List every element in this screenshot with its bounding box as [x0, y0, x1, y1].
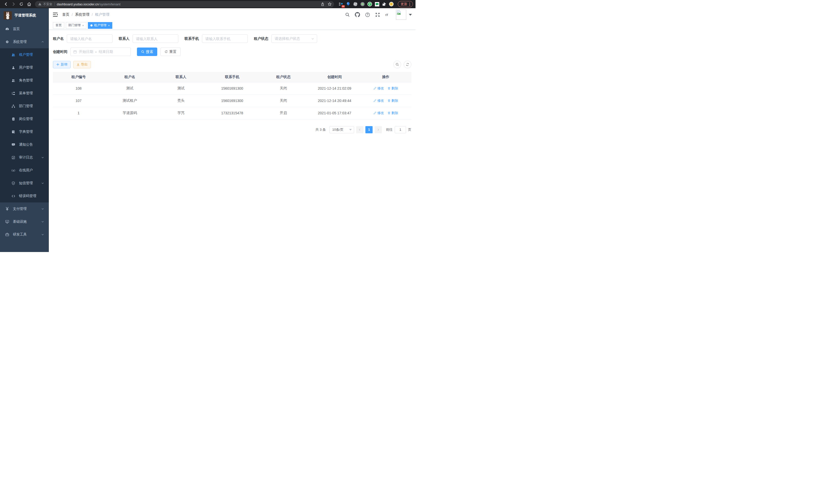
sidebar-item-posts[interactable]: 岗位管理 — [0, 113, 49, 125]
prev-page-button[interactable] — [356, 126, 363, 133]
error-code-icon — [11, 194, 16, 198]
sidebar-item-home[interactable]: 首页 — [0, 23, 49, 35]
tag-tenant[interactable]: 租户管理 × — [88, 22, 112, 29]
extension-tabs-icon[interactable]: 10 — [339, 2, 343, 6]
extension-command-icon[interactable] — [353, 2, 358, 6]
reload-icon — [19, 2, 23, 6]
sidebar-item-dict[interactable]: 字典管理 — [0, 125, 49, 138]
col-mobile: 联系手机 — [207, 72, 258, 82]
sidebar-item-menus[interactable]: 菜单管理 — [0, 87, 49, 100]
browser-home-button[interactable] — [26, 1, 32, 7]
refresh-icon — [406, 63, 409, 66]
extension-yudao-icon[interactable] — [368, 2, 372, 6]
browser-update-button[interactable]: 更新 — [398, 1, 413, 7]
sidebar-item-notice[interactable]: 通知公告 — [0, 138, 49, 151]
record-dot-icon — [360, 2, 365, 6]
tag-close-icon[interactable]: × — [108, 24, 110, 27]
add-button[interactable]: 新增 — [53, 61, 71, 68]
edit-button[interactable]: 修改 — [373, 86, 384, 91]
sidebar-item-sms[interactable]: 短信管理 — [0, 177, 49, 189]
contact-input[interactable] — [133, 34, 178, 43]
tag-department[interactable]: 部门管理 × — [66, 22, 86, 29]
bookmark-star-button[interactable] — [326, 1, 333, 7]
sidebar-item-infrastructure[interactable]: 基础设施 — [0, 215, 49, 228]
status-select[interactable]: 请选择租户状态 — [271, 34, 317, 43]
chevron-down-icon — [349, 129, 352, 130]
header-search-icon[interactable] — [345, 12, 350, 17]
end-date-placeholder: 结束日期 — [99, 50, 113, 54]
tenant-name-label: 租户名 — [53, 36, 64, 41]
goto-page-input[interactable] — [395, 126, 406, 133]
page-size-select[interactable]: 10条/页 — [329, 126, 354, 133]
browser-forward-button[interactable] — [10, 1, 17, 7]
sidebar-item-payment[interactable]: 支付管理 — [0, 202, 49, 215]
profile-avatar-button[interactable] — [389, 2, 394, 6]
sidebar-item-users[interactable]: 用户管理 — [0, 61, 49, 74]
browser-reload-button[interactable] — [18, 1, 25, 7]
user-menu[interactable] — [396, 9, 412, 20]
edit-button[interactable]: 修改 — [373, 98, 384, 103]
browser-back-button[interactable] — [3, 1, 9, 7]
browser-menu-icon[interactable] — [409, 3, 410, 6]
export-button[interactable]: 导出 — [73, 61, 91, 68]
sidebar-item-error-codes[interactable]: 错误码管理 — [0, 189, 49, 202]
trash-icon — [388, 99, 391, 102]
avatar[interactable] — [396, 9, 406, 20]
help-icon[interactable] — [365, 12, 370, 17]
breadcrumb-parent[interactable]: 系统管理 — [75, 12, 89, 17]
font-size-icon[interactable]: tT — [385, 12, 391, 17]
col-status: 租户状态 — [258, 72, 309, 82]
breadcrumb-current: 租户管理 — [95, 12, 110, 17]
sidebar-item-tenant[interactable]: 租户管理 — [0, 48, 49, 61]
calendar-icon — [73, 50, 77, 54]
tag-home[interactable]: 首页 — [53, 22, 64, 29]
command-icon — [353, 2, 358, 6]
start-date-placeholder: 开始日期 — [79, 50, 93, 54]
security-indicator[interactable]: 不安全 — [38, 2, 52, 6]
update-label: 更新 — [401, 2, 407, 6]
breadcrumb-home[interactable]: 首页 — [62, 12, 69, 17]
extension-record-icon[interactable] — [360, 2, 365, 6]
delete-button[interactable]: 删除 — [388, 86, 398, 91]
sidebar-item-devtools[interactable]: 研发工具 — [0, 228, 49, 241]
star-icon — [327, 2, 332, 6]
toggle-search-button[interactable] — [393, 61, 401, 68]
extension-balloon-icon[interactable] — [346, 2, 350, 6]
refresh-table-button[interactable] — [404, 61, 411, 68]
edit-pencil-icon — [373, 87, 376, 90]
emoji-avatar-icon — [389, 2, 394, 7]
sidebar-collapse-button[interactable] — [52, 12, 58, 18]
tenant-table: 租户编号 租户名 联系人 联系手机 租户状态 创建时间 操作 108 测试 测试 — [53, 72, 411, 119]
url-text[interactable]: dashboard.yudao.iocoder.cn/system/tenant — [57, 2, 319, 6]
search-button[interactable]: 搜索 — [137, 48, 157, 56]
trash-icon — [388, 112, 391, 115]
user-menu-caret-icon[interactable] — [409, 14, 412, 16]
reset-button[interactable]: 重置 — [160, 48, 181, 56]
edit-button[interactable]: 修改 — [373, 111, 384, 115]
mobile-input[interactable] — [202, 34, 248, 43]
sidebar-item-roles[interactable]: 角色管理 — [0, 74, 49, 87]
delete-button[interactable]: 删除 — [388, 111, 398, 115]
address-bar[interactable]: 不安全 dashboard.yudao.iocoder.cn/system/te… — [35, 1, 334, 7]
table-row: 108 测试 测试 15601691300 关闭 2021-12-14 21:0… — [53, 82, 411, 94]
delete-button[interactable]: 删除 — [388, 98, 398, 103]
extension-chat-icon[interactable] — [375, 2, 379, 6]
sidebar-item-audit-log[interactable]: 审计日志 — [0, 151, 49, 164]
tag-close-icon[interactable]: × — [82, 24, 84, 27]
breadcrumb: 首页 / 系统管理 / 租户管理 — [62, 12, 345, 17]
fullscreen-icon[interactable] — [375, 12, 380, 17]
page-number-button[interactable]: 1 — [365, 126, 373, 133]
extensions-puzzle-button[interactable] — [382, 2, 386, 6]
sidebar-item-departments[interactable]: 部门管理 — [0, 100, 49, 113]
share-button[interactable] — [319, 1, 326, 7]
app-logo[interactable]: 芋道管理系统 — [0, 8, 49, 23]
create-time-range-picker[interactable]: 开始日期 - 结束日期 — [70, 48, 131, 56]
github-icon[interactable] — [355, 12, 360, 17]
page-unit-label: 页 — [408, 127, 411, 132]
sidebar-item-system[interactable]: 系统管理 — [0, 35, 49, 48]
next-page-button[interactable] — [375, 126, 382, 133]
sidebar-item-online-users[interactable]: 在线用户 — [0, 164, 49, 177]
tenant-name-input[interactable] — [67, 34, 113, 43]
warning-triangle-icon — [38, 2, 41, 6]
col-actions: 操作 — [360, 72, 411, 82]
